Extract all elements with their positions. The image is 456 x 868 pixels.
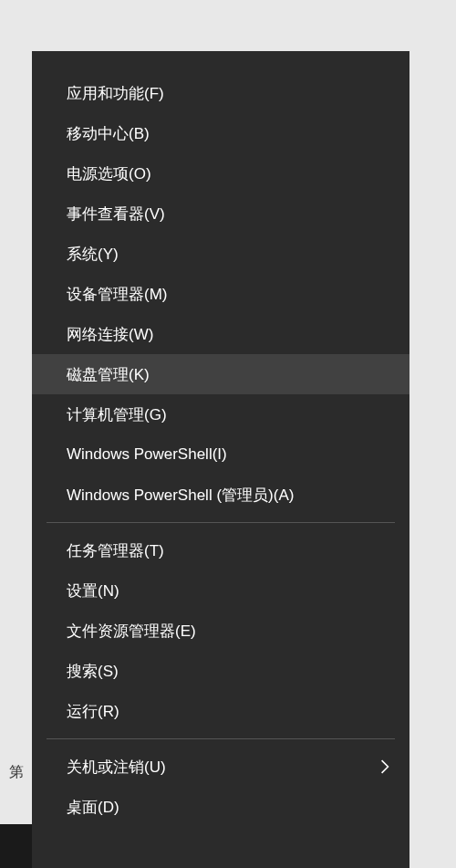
menu-item-disk-management[interactable]: 磁盘管理(K): [32, 354, 409, 394]
menu-item-label: 搜索(S): [67, 661, 119, 682]
menu-item-settings[interactable]: 设置(N): [32, 570, 409, 611]
menu-item-label: 电源选项(O): [67, 163, 151, 184]
menu-item-powershell-admin[interactable]: Windows PowerShell (管理员)(A): [32, 475, 409, 515]
menu-item-label: 运行(R): [67, 701, 119, 722]
menu-item-label: 桌面(D): [67, 797, 119, 818]
menu-item-label: 设备管理器(M): [67, 284, 167, 305]
background-text-fragment: 第: [9, 763, 24, 782]
chevron-right-icon: [380, 759, 389, 774]
menu-separator: [47, 738, 395, 739]
menu-item-apps-features[interactable]: 应用和功能(F): [32, 73, 409, 113]
menu-item-mobility-center[interactable]: 移动中心(B): [32, 113, 409, 153]
menu-separator: [47, 522, 395, 523]
menu-item-computer-management[interactable]: 计算机管理(G): [32, 394, 409, 434]
menu-item-power-options[interactable]: 电源选项(O): [32, 153, 409, 193]
menu-item-powershell[interactable]: Windows PowerShell(I): [32, 434, 409, 475]
winx-context-menu: 应用和功能(F)移动中心(B)电源选项(O)事件查看器(V)系统(Y)设备管理器…: [32, 51, 409, 868]
menu-item-label: 事件查看器(V): [67, 204, 165, 225]
menu-item-file-explorer[interactable]: 文件资源管理器(E): [32, 611, 409, 651]
menu-item-label: 文件资源管理器(E): [67, 621, 196, 642]
menu-item-label: 磁盘管理(K): [67, 364, 150, 385]
menu-item-run[interactable]: 运行(R): [32, 691, 409, 731]
menu-item-desktop[interactable]: 桌面(D): [32, 787, 409, 827]
menu-item-label: 计算机管理(G): [67, 404, 167, 425]
menu-item-label: 关机或注销(U): [67, 757, 166, 778]
menu-item-event-viewer[interactable]: 事件查看器(V): [32, 193, 409, 234]
menu-item-shutdown-signout[interactable]: 关机或注销(U): [32, 747, 409, 787]
menu-item-system[interactable]: 系统(Y): [32, 234, 409, 274]
menu-item-search[interactable]: 搜索(S): [32, 651, 409, 691]
menu-item-label: Windows PowerShell (管理员)(A): [67, 485, 294, 506]
menu-item-label: Windows PowerShell(I): [67, 445, 227, 464]
menu-item-label: 设置(N): [67, 580, 119, 601]
menu-item-label: 任务管理器(T): [67, 540, 164, 561]
taskbar-fragment: [0, 824, 32, 868]
menu-item-task-manager[interactable]: 任务管理器(T): [32, 530, 409, 570]
menu-item-network-connections[interactable]: 网络连接(W): [32, 314, 409, 354]
menu-item-label: 应用和功能(F): [67, 83, 164, 104]
menu-item-label: 移动中心(B): [67, 123, 150, 144]
menu-item-label: 网络连接(W): [67, 324, 153, 345]
menu-item-device-manager[interactable]: 设备管理器(M): [32, 274, 409, 314]
menu-item-label: 系统(Y): [67, 244, 119, 265]
